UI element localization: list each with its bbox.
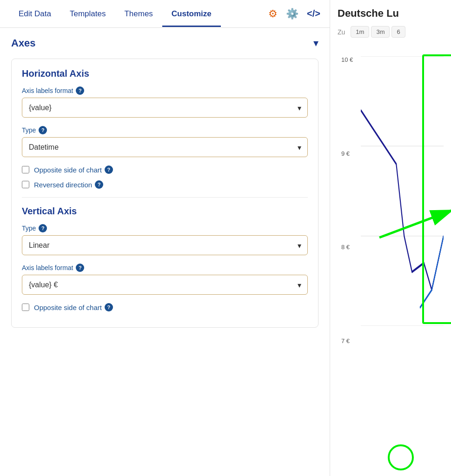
v-type-label: Type ? xyxy=(22,224,308,232)
tab-templates[interactable]: Templates xyxy=(60,1,115,27)
h-format-select-wrapper: {value} ▾ xyxy=(22,98,308,118)
v-format-label: Axis labels format ? xyxy=(22,264,308,272)
chart-title: Deutsche Lu xyxy=(338,7,444,20)
h-reversed-help-icon[interactable]: ? xyxy=(95,180,103,189)
h-type-select-wrapper: Datetime ▾ xyxy=(22,137,308,157)
right-panel: Deutsche Lu Zu 1m 3m 6 10 € 9 € 8 € 7 € xyxy=(330,0,451,476)
axes-card: Horizontal Axis Axis labels format ? {va… xyxy=(11,59,318,328)
horizontal-axis-title: Horizontal Axis xyxy=(22,68,308,79)
h-type-label: Type ? xyxy=(22,126,308,134)
y-label-8: 8 € xyxy=(341,244,353,251)
h-opposite-label: Opposite side of chart ? xyxy=(34,165,113,174)
time-btn-6[interactable]: 6 xyxy=(391,26,405,38)
h-opposite-side-row: Opposite side of chart ? xyxy=(22,165,308,174)
horizontal-axis-section: Horizontal Axis Axis labels format ? {va… xyxy=(22,68,308,189)
tab-bar: Edit Data Templates Themes Customize ⚙ ⚙… xyxy=(0,0,330,28)
settings-alt-icon[interactable]: ⚙️ xyxy=(286,8,298,20)
h-format-select[interactable]: {value} xyxy=(22,98,308,118)
v-format-help-icon[interactable]: ? xyxy=(76,264,84,272)
time-controls: Zu 1m 3m 6 xyxy=(338,26,444,38)
v-opposite-help-icon[interactable]: ? xyxy=(105,303,113,311)
v-type-help-icon[interactable]: ? xyxy=(39,224,47,232)
v-format-select-wrapper: {value} € ▾ xyxy=(22,275,308,295)
icon-group: ⚙ ⚙️ </> xyxy=(268,8,320,20)
h-reversed-checkbox[interactable] xyxy=(22,181,29,188)
v-type-select-wrapper: Linear ▾ xyxy=(22,235,308,255)
tab-themes[interactable]: Themes xyxy=(115,1,162,27)
y-label-10: 10 € xyxy=(341,56,353,63)
axes-chevron-icon[interactable]: ▾ xyxy=(313,37,318,49)
chart-area: 10 € 9 € 8 € 7 € xyxy=(338,47,444,372)
v-format-select[interactable]: {value} € xyxy=(22,275,308,295)
v-opposite-side-checkbox[interactable] xyxy=(22,304,29,311)
y-label-9: 9 € xyxy=(341,150,353,157)
axes-title: Axes xyxy=(11,37,36,49)
axis-divider xyxy=(22,197,308,198)
green-circle xyxy=(388,444,414,470)
tab-customize[interactable]: Customize xyxy=(162,1,221,27)
time-btn-3m[interactable]: 3m xyxy=(371,26,390,38)
vertical-axis-title: Vertical Axis xyxy=(22,206,308,217)
settings-icon[interactable]: ⚙ xyxy=(268,8,278,20)
v-opposite-side-row: Opposite side of chart ? xyxy=(22,303,308,311)
tab-edit-data[interactable]: Edit Data xyxy=(9,1,60,27)
code-icon[interactable]: </> xyxy=(307,8,320,19)
h-type-help-icon[interactable]: ? xyxy=(39,126,47,134)
h-reversed-label: Reversed direction ? xyxy=(34,180,103,189)
v-opposite-label: Opposite side of chart ? xyxy=(34,303,113,311)
left-panel: Edit Data Templates Themes Customize ⚙ ⚙… xyxy=(0,0,330,476)
h-format-label: Axis labels format ? xyxy=(22,86,308,95)
h-type-select[interactable]: Datetime xyxy=(22,137,308,157)
v-type-select[interactable]: Linear xyxy=(22,235,308,255)
h-opposite-side-checkbox[interactable] xyxy=(22,166,29,173)
h-reversed-row: Reversed direction ? xyxy=(22,180,308,189)
axes-section-header: Axes ▾ xyxy=(11,37,318,49)
time-label: Zu xyxy=(338,28,345,36)
y-label-7: 7 € xyxy=(341,337,353,344)
content-area: Axes ▾ Horizontal Axis Axis labels forma… xyxy=(0,28,330,476)
main-container: Edit Data Templates Themes Customize ⚙ ⚙… xyxy=(0,0,451,476)
h-format-help-icon[interactable]: ? xyxy=(76,86,84,95)
time-btn-1m[interactable]: 1m xyxy=(351,26,369,38)
chart-svg xyxy=(361,56,444,326)
vertical-axis-section: Vertical Axis Type ? Linear ▾ Axi xyxy=(22,206,308,311)
h-opposite-help-icon[interactable]: ? xyxy=(105,165,113,174)
